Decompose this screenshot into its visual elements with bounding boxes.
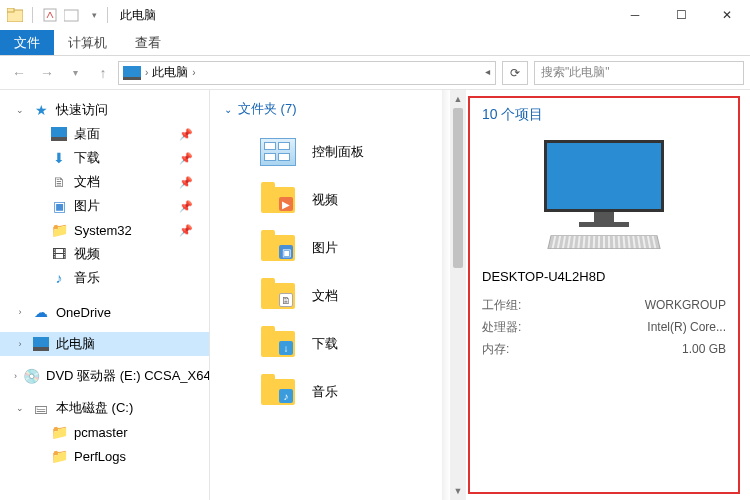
qat-dropdown-icon[interactable]: ▾	[85, 6, 103, 24]
expand-icon[interactable]: ›	[14, 371, 17, 381]
sidebar-item-system32[interactable]: 📁 System32 📌	[0, 218, 209, 242]
item-videos[interactable]: ▶ 视频	[224, 176, 428, 224]
scroll-down-icon[interactable]: ▼	[450, 482, 466, 500]
main-area: ⌄ ★ 快速访问 桌面 📌 ⬇ 下载 📌 🗎 文档 📌 ▣ 图片 📌	[0, 90, 750, 500]
video-icon: 🎞	[50, 246, 68, 262]
window-controls: ─ ☐ ✕	[612, 0, 750, 30]
svg-rect-2	[44, 9, 56, 21]
keyboard-image	[547, 235, 660, 249]
music-folder-icon: ♪	[258, 374, 298, 410]
breadcrumb[interactable]: › 此电脑 › ▾	[118, 61, 496, 85]
pin-icon: 📌	[179, 200, 193, 213]
item-music[interactable]: ♪ 音乐	[224, 368, 428, 416]
navigation-pane[interactable]: ⌄ ★ 快速访问 桌面 📌 ⬇ 下载 📌 🗎 文档 📌 ▣ 图片 📌	[0, 90, 210, 500]
group-header-folders[interactable]: ⌄ 文件夹 (7)	[224, 100, 428, 118]
tab-view[interactable]: 查看	[121, 30, 175, 55]
expand-icon[interactable]: ›	[14, 339, 26, 349]
tab-computer[interactable]: 计算机	[54, 30, 121, 55]
pictures-icon: ▣	[50, 198, 68, 214]
address-bar-row: ← → ▾ ↑ › 此电脑 › ▾ ⟳ 搜索"此电脑"	[0, 56, 750, 90]
details-pane: 10 个项目 DESKTOP-U4L2H8D 工作组: WORKGROUP 处理…	[468, 96, 740, 494]
svg-rect-3	[64, 10, 78, 21]
drive-icon: 🖴	[32, 400, 50, 416]
content-area: ⌄ 文件夹 (7) 控制面板 ▶ 视频 ▣ 图片	[210, 90, 750, 500]
file-list[interactable]: ⌄ 文件夹 (7) 控制面板 ▶ 视频 ▣ 图片	[210, 90, 442, 500]
expand-icon[interactable]: ›	[14, 307, 26, 317]
sidebar-localdisk-c[interactable]: ⌄ 🖴 本地磁盘 (C:)	[0, 396, 209, 420]
ribbon-tabs: 文件 计算机 查看	[0, 30, 750, 56]
tab-file[interactable]: 文件	[0, 30, 54, 55]
recent-dropdown-icon[interactable]: ▾	[62, 60, 88, 86]
svg-rect-6	[33, 337, 49, 347]
breadcrumb-location[interactable]: 此电脑	[152, 64, 188, 81]
svg-rect-1	[7, 8, 14, 12]
pin-icon: 📌	[179, 176, 193, 189]
sidebar-quickaccess[interactable]: ⌄ ★ 快速访问	[0, 98, 209, 122]
sidebar-dvd[interactable]: › 💿 DVD 驱动器 (E:) CCSA_X64	[0, 364, 209, 388]
sidebar-item-pcmaster[interactable]: 📁 pcmaster	[0, 420, 209, 444]
item-pictures[interactable]: ▣ 图片	[224, 224, 428, 272]
cloud-icon: ☁	[32, 304, 50, 320]
music-icon: ♪	[50, 270, 68, 286]
back-button[interactable]: ←	[6, 60, 32, 86]
pin-icon: 📌	[179, 224, 193, 237]
search-input[interactable]: 搜索"此电脑"	[534, 61, 744, 85]
quick-access-toolbar: ▾	[0, 6, 103, 24]
expand-icon[interactable]: ⌄	[14, 403, 26, 413]
downloads-folder-icon: ↓	[258, 326, 298, 362]
folder-icon: 📁	[50, 222, 68, 238]
item-downloads[interactable]: ↓ 下载	[224, 320, 428, 368]
sidebar-item-desktop[interactable]: 桌面 📌	[0, 122, 209, 146]
chevron-down-icon: ⌄	[224, 104, 232, 115]
pictures-folder-icon: ▣	[258, 230, 298, 266]
folder-icon: 📁	[50, 424, 68, 440]
sidebar-item-documents[interactable]: 🗎 文档 📌	[0, 170, 209, 194]
forward-button[interactable]: →	[34, 60, 60, 86]
computer-image	[544, 140, 664, 227]
disc-icon: 💿	[23, 368, 40, 384]
this-pc-icon	[123, 66, 141, 80]
prop-memory: 内存: 1.00 GB	[482, 338, 726, 360]
window-title: 此电脑	[120, 7, 156, 24]
item-documents[interactable]: 🗎 文档	[224, 272, 428, 320]
documents-folder-icon: 🗎	[258, 278, 298, 314]
new-folder-icon[interactable]	[63, 6, 81, 24]
sidebar-item-downloads[interactable]: ⬇ 下载 📌	[0, 146, 209, 170]
control-panel-icon	[258, 134, 298, 170]
up-button[interactable]: ↑	[90, 60, 116, 86]
svg-rect-4	[51, 127, 67, 137]
properties-icon[interactable]	[41, 6, 59, 24]
sidebar-item-perflogs[interactable]: 📁 PerfLogs	[0, 444, 209, 468]
item-control-panel[interactable]: 控制面板	[224, 128, 428, 176]
scroll-thumb[interactable]	[453, 108, 463, 268]
refresh-button[interactable]: ⟳	[502, 61, 528, 85]
sidebar-onedrive[interactable]: › ☁ OneDrive	[0, 300, 209, 324]
separator	[107, 7, 108, 23]
pin-icon: 📌	[179, 152, 193, 165]
pin-icon: 📌	[179, 128, 193, 141]
maximize-button[interactable]: ☐	[658, 0, 704, 30]
close-button[interactable]: ✕	[704, 0, 750, 30]
title-bar: ▾ 此电脑 ─ ☐ ✕	[0, 0, 750, 30]
downloads-icon: ⬇	[50, 150, 68, 166]
star-icon: ★	[32, 102, 50, 118]
sidebar-item-music[interactable]: ♪ 音乐	[0, 266, 209, 290]
scroll-up-icon[interactable]: ▲	[450, 90, 466, 108]
desktop-icon	[50, 126, 68, 142]
scrollbar-shadow	[442, 90, 450, 500]
sidebar-thispc[interactable]: › 此电脑	[0, 332, 209, 356]
svg-rect-7	[33, 347, 49, 351]
chevron-right-icon: ›	[192, 67, 195, 78]
folder-icon: 📁	[50, 448, 68, 464]
explorer-icon	[6, 6, 24, 24]
expand-icon[interactable]: ⌄	[14, 105, 26, 115]
sidebar-item-pictures[interactable]: ▣ 图片 📌	[0, 194, 209, 218]
sidebar-item-videos[interactable]: 🎞 视频	[0, 242, 209, 266]
minimize-button[interactable]: ─	[612, 0, 658, 30]
breadcrumb-dropdown-icon[interactable]: ▾	[483, 70, 494, 75]
computer-name: DESKTOP-U4L2H8D	[482, 269, 726, 284]
prop-processor: 处理器: Intel(R) Core...	[482, 316, 726, 338]
group-label: 文件夹 (7)	[238, 100, 297, 118]
this-pc-icon	[32, 336, 50, 352]
content-scrollbar[interactable]: ▲ ▼	[450, 90, 466, 500]
